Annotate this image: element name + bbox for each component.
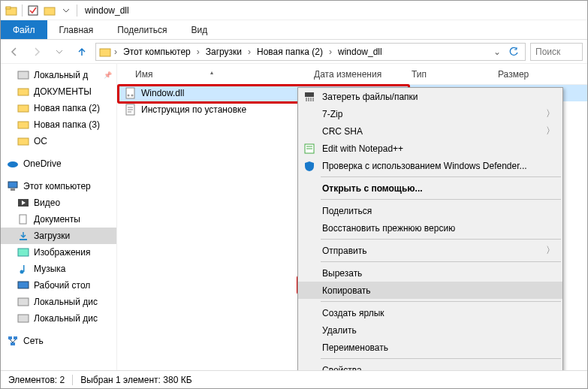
chevron-right-icon: 〉: [546, 107, 555, 120]
svg-rect-22: [18, 315, 29, 322]
svg-rect-3: [44, 8, 55, 15]
chevron-right-icon[interactable]: ›: [246, 47, 252, 57]
tree-item-music[interactable]: Музыка: [1, 261, 116, 277]
tab-home[interactable]: Главная: [47, 20, 106, 39]
search-input[interactable]: Поиск: [530, 43, 583, 61]
status-selection: Выбран 1 элемент: 380 КБ: [80, 375, 191, 385]
ctx-delete[interactable]: Удалить: [298, 321, 562, 339]
dll-icon: [125, 87, 137, 99]
address-bar[interactable]: › Этот компьютер › Загрузки › Новая папк…: [95, 43, 526, 61]
chevron-right-icon[interactable]: ›: [327, 47, 333, 57]
col-type[interactable]: Тип: [404, 69, 490, 80]
recent-button[interactable]: [50, 43, 68, 61]
desktop-icon: [17, 279, 29, 291]
tree-item-downloads[interactable]: Загрузки: [1, 228, 116, 244]
tree-item-local[interactable]: Локальный д: [1, 67, 116, 83]
svg-point-28: [131, 95, 134, 97]
svg-rect-9: [18, 138, 29, 145]
folder-icon: [17, 135, 29, 147]
status-bar: Элементов: 2 Выбран 1 элемент: 380 КБ: [1, 370, 587, 388]
forward-button[interactable]: [28, 43, 46, 61]
separator: [77, 5, 77, 17]
main-area: Локальный д ДОКУМЕНТЫ Новая папка (2) Но…: [1, 64, 587, 372]
breadcrumb-item[interactable]: Загрузки: [203, 47, 245, 57]
svg-rect-16: [20, 239, 27, 240]
video-icon: [17, 197, 29, 209]
svg-rect-2: [29, 6, 38, 15]
tree-item-network[interactable]: Сеть: [1, 333, 116, 349]
ctx-cut[interactable]: Вырезать: [298, 264, 562, 282]
tree-item-np3[interactable]: Новая папка (3): [1, 116, 116, 133]
svg-rect-15: [20, 215, 26, 224]
shield-icon: [303, 159, 316, 173]
separator: [22, 5, 23, 17]
chevron-right-icon[interactable]: ›: [195, 47, 201, 57]
network-icon: [7, 335, 19, 347]
tree-item-localdisk1[interactable]: Локальный дис: [1, 294, 116, 310]
folder-icon: [17, 102, 29, 114]
ctx-restore[interactable]: Восстановить прежнюю версию: [298, 219, 562, 237]
ctx-notepad[interactable]: Edit with Notepad++: [298, 140, 562, 157]
ctx-crc[interactable]: CRC SHA〉: [298, 122, 562, 140]
svg-rect-26: [126, 88, 134, 98]
svg-rect-23: [8, 336, 12, 339]
tree-item-thispc[interactable]: Этот компьютер: [1, 178, 116, 194]
dropdown-icon[interactable]: [60, 5, 72, 17]
tab-view[interactable]: Вид: [179, 20, 219, 39]
tree-item-np2[interactable]: Новая папка (2): [1, 100, 116, 116]
tree-item-images[interactable]: Изображения: [1, 244, 116, 261]
svg-rect-6: [18, 89, 29, 95]
col-date[interactable]: Дата изменения: [306, 69, 404, 80]
breadcrumb-item[interactable]: window_dll: [335, 47, 385, 57]
tab-file[interactable]: Файл: [1, 20, 47, 39]
nav-tree[interactable]: Локальный д ДОКУМЕНТЫ Новая папка (2) Но…: [1, 64, 117, 372]
column-headers: ▴Имя Дата изменения Тип Размер: [117, 64, 587, 85]
window-title: window_dll: [85, 5, 129, 16]
ctx-sendto[interactable]: Отправить〉: [298, 242, 562, 259]
tree-item-desktop[interactable]: Рабочий стол: [1, 277, 116, 294]
refresh-icon[interactable]: [505, 47, 522, 57]
folder-small-icon[interactable]: [44, 5, 56, 17]
download-icon: [17, 230, 29, 242]
col-size[interactable]: Размер: [490, 69, 587, 80]
up-button[interactable]: [73, 43, 91, 61]
history-dropdown-icon[interactable]: ⌄: [490, 47, 504, 57]
col-name[interactable]: ▴Имя: [117, 69, 306, 80]
svg-rect-20: [18, 282, 29, 288]
svg-rect-11: [8, 182, 17, 188]
chevron-right-icon[interactable]: ›: [113, 47, 119, 57]
breadcrumb-item[interactable]: Этот компьютер: [120, 47, 194, 57]
breadcrumb-item[interactable]: Новая папка (2): [254, 47, 326, 57]
ctx-defender[interactable]: Проверка с использованием Windows Defend…: [298, 157, 562, 174]
document-icon: [17, 213, 29, 225]
tree-item-docs[interactable]: ДОКУМЕНТЫ: [1, 83, 116, 100]
tree-item-localdisk2[interactable]: Локальный дис: [1, 310, 116, 327]
ctx-7zip[interactable]: 7-Zip〉: [298, 105, 562, 122]
tree-item-onedrive[interactable]: OneDrive: [1, 155, 116, 172]
svg-point-18: [20, 270, 24, 274]
tree-item-video[interactable]: Видео: [1, 194, 116, 211]
ctx-shortcut[interactable]: Создать ярлык: [298, 304, 562, 321]
image-icon: [17, 246, 29, 258]
notepad-icon: [303, 142, 316, 155]
sort-up-icon: ▴: [210, 69, 213, 76]
folder-icon: [5, 5, 17, 17]
tab-share[interactable]: Поделиться: [105, 20, 179, 39]
ctx-openwith[interactable]: Открыть с помощью...: [298, 179, 562, 197]
ctx-wipe[interactable]: Затереть файлы/папки: [298, 88, 562, 105]
tree-item-documents[interactable]: Документы: [1, 211, 116, 228]
separator: [72, 375, 73, 385]
svg-rect-12: [11, 188, 15, 191]
separator: [321, 301, 561, 302]
back-button[interactable]: [5, 43, 23, 61]
ctx-rename[interactable]: Переименовать: [298, 339, 562, 356]
tree-item-os[interactable]: ОС: [1, 133, 116, 149]
svg-rect-7: [18, 105, 29, 112]
checkbox-icon[interactable]: [27, 5, 39, 17]
disk-icon: [17, 312, 29, 324]
chevron-right-icon: 〉: [546, 244, 555, 257]
svg-rect-4: [100, 49, 110, 56]
ctx-copy[interactable]: Копировать: [298, 282, 562, 299]
ctx-share[interactable]: Поделиться: [298, 202, 562, 219]
file-list[interactable]: Window.dll Инструкция по установке Затер…: [117, 85, 587, 372]
